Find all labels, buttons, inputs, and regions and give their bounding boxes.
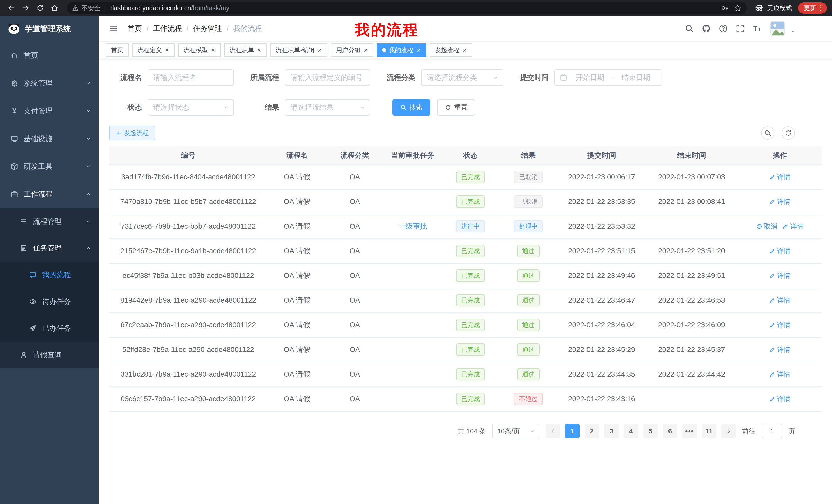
help-icon[interactable] [719, 24, 728, 33]
tab-process-definition[interactable]: 流程定义× [132, 44, 175, 57]
cell-status: 已完成 [442, 239, 499, 263]
cancel-button[interactable]: 取消 [756, 222, 777, 231]
browser-forward-button[interactable] [20, 2, 32, 14]
prev-page-button[interactable] [546, 424, 560, 438]
tab-my-process[interactable]: 我的流程× [377, 44, 426, 57]
app-logo[interactable]: 芋道管理系统 [0, 16, 99, 41]
next-page-button[interactable] [722, 424, 736, 438]
status-select[interactable]: 请选择状态 [148, 99, 234, 116]
close-icon[interactable]: × [462, 47, 467, 53]
close-icon[interactable]: × [416, 47, 421, 53]
cell-category: OA [327, 239, 383, 263]
search-icon [400, 104, 407, 111]
close-icon[interactable]: × [363, 47, 368, 53]
reset-button[interactable]: 重置 [437, 99, 475, 116]
detail-button[interactable]: 详情 [769, 296, 790, 305]
action-label: 详情 [777, 173, 790, 181]
page-button-5[interactable]: 5 [643, 424, 658, 438]
breadcrumb-item[interactable]: 首页 [128, 24, 142, 33]
page-button-1[interactable]: 1 [565, 424, 579, 438]
result-select[interactable]: 请选择流结果 [285, 99, 370, 116]
create-process-button[interactable]: 发起流程 [109, 126, 155, 140]
tab-start-process[interactable]: 发起流程× [430, 44, 472, 57]
page-button-3[interactable]: 3 [604, 424, 619, 438]
plus-icon [116, 130, 122, 136]
browser-menu-icon[interactable] [817, 4, 825, 12]
close-icon[interactable]: × [211, 47, 215, 53]
cell-submit-time: 2022-01-22 23:51:15 [558, 239, 645, 263]
tab-label: 流程模型 [183, 46, 208, 54]
detail-button[interactable]: 详情 [782, 222, 803, 231]
close-icon[interactable]: × [164, 47, 170, 53]
page-button-4[interactable]: 4 [624, 424, 638, 438]
result-placeholder: 请选择流结果 [290, 103, 334, 112]
search-icon[interactable] [685, 24, 694, 33]
sidebar-item-process-mgmt[interactable]: 流程管理 [0, 208, 99, 235]
close-icon[interactable]: × [317, 47, 322, 53]
sidebar-item-leave-query[interactable]: 请假查询 [0, 342, 99, 368]
breadcrumb-item[interactable]: 工作流程 [153, 24, 182, 33]
process-name-input[interactable] [148, 69, 234, 86]
sidebar-item-workflow[interactable]: 工作流程 [0, 180, 99, 208]
tab-process-form[interactable]: 流程表单× [224, 44, 267, 57]
action-label: 详情 [777, 247, 790, 256]
sidebar-item-dev-tools[interactable]: 研发工具 [0, 152, 99, 180]
incognito-badge: 无痕模式 [755, 4, 792, 12]
sidebar-item-label: 研发工具 [24, 162, 52, 171]
search-button[interactable]: 搜索 [392, 99, 431, 116]
sidebar-item-my-process[interactable]: 我的流程 [0, 261, 99, 288]
browser-back-button[interactable] [5, 2, 18, 14]
gear-icon [10, 79, 19, 87]
github-icon[interactable] [702, 24, 711, 33]
browser-update-button[interactable]: 更新 [798, 2, 827, 13]
font-size-icon[interactable]: TT [753, 24, 762, 33]
breadcrumb-item[interactable]: 任务管理 [193, 24, 222, 33]
fullscreen-icon[interactable] [736, 24, 745, 33]
detail-button[interactable]: 详情 [769, 320, 790, 330]
password-key-icon[interactable] [721, 4, 729, 12]
close-icon[interactable]: × [257, 47, 261, 53]
detail-button[interactable]: 详情 [769, 247, 790, 256]
sidebar-item-payment-mgmt[interactable]: ¥支付管理 [0, 97, 99, 125]
sidebar-item-done-task[interactable]: 已办任务 [0, 315, 99, 342]
sidebar-item-todo-task[interactable]: 待办任务 [0, 288, 99, 315]
navbar-tools: TT [685, 21, 824, 36]
avatar[interactable] [770, 21, 785, 36]
detail-button[interactable]: 详情 [769, 173, 790, 181]
detail-button[interactable]: 详情 [769, 395, 790, 403]
tab-process-form-edit[interactable]: 流程表单-编辑× [270, 44, 327, 57]
pagination-more[interactable]: ••• [682, 424, 697, 438]
current-task-link[interactable]: 一级审批 [398, 221, 427, 231]
tab-home[interactable]: 首页 [106, 44, 129, 57]
tab-process-model[interactable]: 流程模型× [178, 44, 220, 57]
detail-button[interactable]: 详情 [769, 197, 790, 206]
browser-home-button[interactable] [48, 2, 61, 14]
detail-button[interactable]: 详情 [769, 271, 790, 280]
bookmark-star-icon[interactable] [734, 4, 742, 12]
caret-down-icon[interactable] [790, 29, 796, 35]
sidebar-item-system-mgmt[interactable]: 系统管理 [0, 69, 99, 97]
sidebar-item-home[interactable]: 首页 [0, 41, 99, 69]
browser-reload-button[interactable] [34, 2, 46, 14]
page-size-select[interactable]: 10条/页 [492, 424, 539, 438]
goto-page-input[interactable] [761, 424, 782, 438]
sidebar-item-task-mgmt[interactable]: 任务管理 [0, 235, 99, 261]
panda-logo-icon [7, 22, 21, 35]
hamburger-icon[interactable] [107, 22, 120, 35]
tab-user-group[interactable]: 用户分组× [331, 44, 373, 57]
toggle-search-icon[interactable] [761, 127, 774, 140]
detail-button[interactable]: 详情 [769, 345, 790, 354]
refresh-table-icon[interactable] [782, 127, 795, 140]
action-label: 详情 [777, 370, 790, 379]
address-bar[interactable]: 不安全 dashboard.yudao.iocoder.cn/bpm/task/… [67, 2, 747, 14]
cell-status: 已完成 [442, 387, 499, 412]
category-select[interactable]: 请选择流程分类 [421, 69, 503, 86]
sidebar-item-infrastructure[interactable]: 基础设施 [0, 125, 99, 152]
page-button-6[interactable]: 6 [663, 424, 677, 438]
submit-time-range-picker[interactable]: 开始日期 - 结束日期 [554, 69, 662, 86]
page-button-11[interactable]: 11 [702, 424, 716, 438]
detail-button[interactable]: 详情 [769, 370, 790, 379]
page-button-2[interactable]: 2 [585, 424, 599, 438]
process-def-input[interactable] [285, 69, 370, 86]
cell-id: 819442e8-7b9a-11ec-a290-acde48001122 [109, 288, 267, 313]
